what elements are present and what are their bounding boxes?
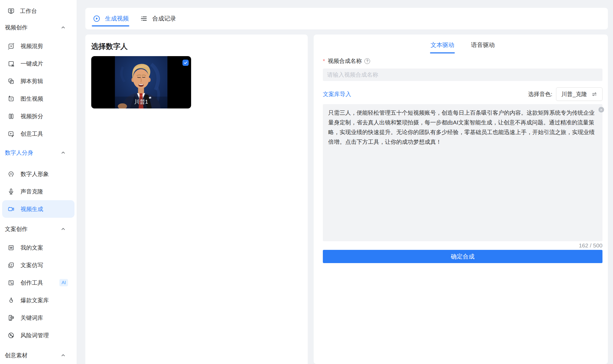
sidebar-item-hot-copy-library[interactable]: 爆款文案库 bbox=[2, 291, 74, 309]
tab-text-drive[interactable]: 文本驱动 bbox=[430, 38, 455, 53]
sidebar-section-digital-human[interactable]: 数字人分身 bbox=[0, 146, 77, 160]
chevron-up-icon bbox=[60, 25, 66, 30]
image-to-video-icon bbox=[8, 95, 15, 102]
script-area: 只需三人，便能轻松管理五十个短视频账号，创造每日上百条吸引客户的内容。这款矩阵系… bbox=[323, 104, 602, 241]
swap-arrows-icon bbox=[591, 91, 597, 97]
tab-label: 合成记录 bbox=[152, 15, 176, 23]
required-mark: * bbox=[323, 58, 325, 64]
voice-select[interactable]: 川普_克隆 bbox=[556, 87, 602, 101]
sidebar-item-video-mix[interactable]: 视频混剪 bbox=[2, 37, 74, 55]
main-area: 生成视频 合成记录 选择数字人 bbox=[77, 0, 613, 364]
clear-icon[interactable]: × bbox=[598, 107, 604, 113]
sidebar-item-label: 爆款文案库 bbox=[21, 297, 49, 304]
keyword-library-icon bbox=[8, 314, 15, 321]
sidebar-item-creation-tools[interactable]: AI 创作工具 AI bbox=[2, 274, 74, 291]
panel-title: 选择数字人 bbox=[91, 42, 302, 51]
sidebar-item-label: 一键成片 bbox=[21, 60, 43, 67]
sidebar-item-risk-words[interactable]: 风险词管理 bbox=[2, 326, 74, 344]
sidebar-section-creative-assets[interactable]: 创意素材 bbox=[0, 348, 77, 362]
sidebar-item-label: 创作工具 bbox=[21, 279, 43, 287]
sidebar-item-one-click-film[interactable]: 一键成片 bbox=[2, 55, 74, 72]
sidebar-item-label: 图生视频 bbox=[21, 95, 43, 103]
copy-imitate-icon: T bbox=[8, 262, 15, 269]
sidebar-item-script-edit[interactable]: 脚本剪辑 bbox=[2, 72, 74, 90]
sidebar-item-label: 视频拆分 bbox=[21, 113, 43, 120]
sidebar-item-voice-clone[interactable]: 声音克隆 bbox=[2, 183, 74, 200]
voice-select-label: 选择音色: bbox=[528, 90, 552, 98]
sidebar: 工作台 视频创作 视频混剪 bbox=[0, 0, 77, 364]
script-textarea[interactable]: 只需三人，便能轻松管理五十个短视频账号，创造每日上百条吸引客户的内容。这款矩阵系… bbox=[323, 104, 602, 241]
synthesis-form-panel: 文本驱动 语音驱动 * 视频合成名称 ? 文案库导入 选择音色: 川普_克隆 bbox=[314, 35, 608, 364]
voice-clone-icon bbox=[8, 188, 15, 195]
sidebar-item-label: 创意工具 bbox=[21, 130, 43, 138]
confirm-synthesis-button[interactable]: 确定合成 bbox=[323, 250, 602, 263]
sidebar-item-label: 风险词管理 bbox=[21, 332, 49, 339]
selected-checkbox[interactable] bbox=[182, 60, 189, 66]
digital-human-panel: 选择数字人 bbox=[85, 35, 308, 364]
tab-synthesis-record[interactable]: 合成记录 bbox=[140, 8, 176, 29]
tab-voice-drive[interactable]: 语音驱动 bbox=[470, 38, 495, 53]
sidebar-item-workbench[interactable]: 工作台 bbox=[0, 3, 77, 19]
sidebar-section-copywriting[interactable]: 文案创作 bbox=[0, 222, 77, 236]
drive-tabs: 文本驱动 语音驱动 bbox=[323, 38, 602, 53]
workbench-icon bbox=[8, 8, 15, 15]
svg-text:AI: AI bbox=[11, 282, 13, 285]
digital-human-name: 川普1 bbox=[91, 98, 191, 106]
video-split-icon bbox=[8, 113, 15, 120]
sidebar-item-creative-tools[interactable]: 创意工具 bbox=[2, 125, 74, 142]
chevron-up-icon bbox=[60, 226, 66, 232]
sidebar-item-video-split[interactable]: 视频拆分 bbox=[2, 107, 74, 125]
sidebar-section-video-creation[interactable]: 视频创作 bbox=[0, 21, 77, 35]
import-row: 文案库导入 选择音色: 川普_克隆 bbox=[323, 87, 602, 101]
one-click-film-icon bbox=[8, 60, 15, 67]
sidebar-item-label: 视频混剪 bbox=[21, 42, 43, 50]
help-icon[interactable]: ? bbox=[364, 58, 370, 64]
sidebar-group-video-creation: 视频混剪 一键成片 脚本剪辑 bbox=[0, 37, 77, 142]
char-counter-value: 162 / 500 bbox=[579, 242, 602, 249]
section-label: 创意素材 bbox=[5, 352, 28, 359]
tab-label: 生成视频 bbox=[105, 15, 129, 23]
voice-box: 选择音色: 川普_克隆 bbox=[528, 87, 602, 101]
sidebar-item-label: 我的文案 bbox=[21, 244, 43, 251]
sidebar-item-label: 关键词库 bbox=[21, 314, 43, 322]
check-icon bbox=[184, 61, 188, 65]
digital-human-icon: AI bbox=[8, 171, 15, 178]
app-root: 工作台 视频创作 视频混剪 bbox=[0, 0, 613, 364]
sidebar-item-video-generate[interactable]: 视频生成 bbox=[2, 200, 74, 218]
svg-text:T: T bbox=[11, 263, 12, 266]
video-name-label-row: * 视频合成名称 ? bbox=[323, 57, 602, 65]
risk-words-icon bbox=[8, 332, 15, 339]
ai-badge: AI bbox=[59, 279, 68, 286]
char-counter: 162 / 500 bbox=[323, 241, 602, 250]
script-edit-icon bbox=[8, 78, 15, 85]
sidebar-item-label: 数字人形象 bbox=[21, 170, 49, 178]
play-circle-icon bbox=[93, 15, 100, 22]
video-name-label: 视频合成名称 bbox=[328, 57, 362, 65]
video-name-input[interactable] bbox=[323, 69, 602, 81]
chevron-up-icon bbox=[60, 150, 66, 155]
sidebar-item-label: 视频生成 bbox=[21, 205, 43, 213]
voice-select-value: 川普_克隆 bbox=[561, 90, 587, 98]
digital-human-card[interactable]: 川普1 bbox=[91, 56, 191, 108]
section-label: 文案创作 bbox=[5, 225, 28, 233]
sidebar-item-my-copy[interactable]: W 我的文案 bbox=[2, 239, 74, 256]
import-from-library-link[interactable]: 文案库导入 bbox=[323, 90, 351, 98]
flame-icon bbox=[8, 297, 15, 304]
section-label: 数字人分身 bbox=[5, 149, 33, 157]
sidebar-item-keyword-library[interactable]: 关键词库 bbox=[2, 309, 74, 326]
sidebar-item-label: 声音克隆 bbox=[21, 188, 43, 195]
svg-text:AI: AI bbox=[10, 173, 12, 175]
sidebar-item-copy-imitate[interactable]: T 文案仿写 bbox=[2, 256, 74, 274]
content-row: 选择数字人 bbox=[85, 35, 608, 364]
sidebar-item-digital-human-image[interactable]: AI 数字人形象 bbox=[2, 165, 74, 183]
section-label: 视频创作 bbox=[5, 24, 28, 31]
creation-tools-icon: AI bbox=[8, 279, 15, 286]
video-mix-icon bbox=[8, 43, 15, 50]
list-record-icon bbox=[140, 15, 148, 22]
sidebar-group-copywriting: W 我的文案 T 文案仿写 AI 创作工具 AI bbox=[0, 239, 77, 344]
sidebar-item-label: 文案仿写 bbox=[21, 261, 43, 269]
tab-generate-video[interactable]: 生成视频 bbox=[93, 8, 129, 29]
sidebar-item-image-to-video[interactable]: 图生视频 bbox=[2, 90, 74, 107]
svg-text:W: W bbox=[10, 246, 13, 249]
sidebar-item-label: 脚本剪辑 bbox=[21, 77, 43, 85]
